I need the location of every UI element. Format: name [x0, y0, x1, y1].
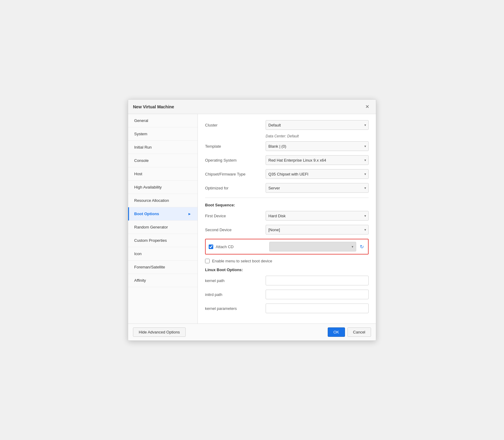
sidebar-item-system[interactable]: System: [128, 127, 197, 141]
enable-menu-checkbox[interactable]: [205, 259, 210, 263]
chipset-select[interactable]: Q35 Chipset with UEFI: [266, 169, 369, 179]
dialog-header: New Virtual Machine ✕: [128, 100, 376, 114]
cd-select-wrapper: ▾ ↻: [269, 242, 365, 251]
first-device-select-wrapper: Hard Disk: [266, 211, 369, 221]
first-device-label: First Device: [205, 214, 266, 218]
initrd-path-row: initrd path: [205, 290, 369, 299]
chipset-label: Chipset/Firmware Type: [205, 172, 266, 176]
cluster-row: Cluster Default: [205, 120, 369, 130]
sidebar-item-affinity[interactable]: Affinity: [128, 274, 197, 287]
main-content: Cluster Default Data Center: Default Tem…: [198, 114, 376, 323]
enable-menu-label[interactable]: Enable menu to select boot device: [212, 259, 272, 263]
template-select[interactable]: Blank | (0): [266, 141, 369, 151]
template-row: Template Blank | (0): [205, 141, 369, 151]
dialog-title: New Virtual Machine: [133, 104, 174, 109]
second-device-row: Second Device [None]: [205, 225, 369, 235]
cluster-select[interactable]: Default: [266, 120, 369, 130]
os-select-wrapper: Red Hat Enterprise Linux 9.x x64: [266, 155, 369, 165]
new-vm-dialog: New Virtual Machine ✕ General System Ini…: [128, 99, 376, 341]
kernel-params-label: kernel parameters: [205, 306, 266, 311]
attach-cd-label[interactable]: Attach CD: [216, 245, 234, 249]
os-select[interactable]: Red Hat Enterprise Linux 9.x x64: [266, 155, 369, 165]
cluster-select-wrapper: Default: [266, 120, 369, 130]
optimized-select-wrapper: Server: [266, 183, 369, 193]
sidebar-item-resource-allocation[interactable]: Resource Allocation: [128, 194, 197, 207]
ok-button[interactable]: OK: [328, 327, 345, 337]
chipset-row: Chipset/Firmware Type Q35 Chipset with U…: [205, 169, 369, 179]
sidebar-item-high-availability[interactable]: High Availability: [128, 181, 197, 194]
os-label: Operating System: [205, 158, 266, 163]
template-select-wrapper: Blank | (0): [266, 141, 369, 151]
initrd-path-label: initrd path: [205, 292, 266, 297]
hide-advanced-button[interactable]: Hide Advanced Options: [133, 327, 186, 337]
cd-refresh-button[interactable]: ↻: [359, 243, 365, 251]
close-button[interactable]: ✕: [363, 103, 371, 110]
data-center-hint: Data Center: Default: [266, 134, 369, 138]
optimized-select[interactable]: Server: [266, 183, 369, 193]
linux-boot-title: Linux Boot Options:: [205, 268, 369, 272]
sidebar-item-foreman-satellite[interactable]: Foreman/Satellite: [128, 261, 197, 274]
enable-menu-row: Enable menu to select boot device: [205, 259, 369, 263]
initrd-path-input[interactable]: [266, 290, 369, 299]
second-device-label: Second Device: [205, 228, 266, 232]
cd-select[interactable]: [269, 242, 356, 251]
section-divider-1: [205, 198, 369, 198]
dialog-body: General System Initial Run Console Host …: [128, 114, 376, 323]
kernel-params-input[interactable]: [266, 304, 369, 313]
sidebar-item-host[interactable]: Host: [128, 167, 197, 181]
template-label: Template: [205, 144, 266, 149]
kernel-path-label: kernel path: [205, 278, 266, 283]
kernel-params-row: kernel parameters: [205, 304, 369, 313]
attach-cd-checkbox-label: Attach CD: [209, 245, 269, 249]
second-device-select-wrapper: [None]: [266, 225, 369, 235]
sidebar-item-console[interactable]: Console: [128, 154, 197, 167]
optimized-row: Optimized for Server: [205, 183, 369, 193]
sidebar-item-initial-run[interactable]: Initial Run: [128, 141, 197, 154]
cluster-label: Cluster: [205, 123, 266, 127]
second-device-select[interactable]: [None]: [266, 225, 369, 235]
chevron-right-icon: ►: [188, 212, 191, 216]
footer-actions: OK Cancel: [328, 327, 371, 337]
kernel-path-row: kernel path: [205, 276, 369, 285]
sidebar-item-custom-properties[interactable]: Custom Properties: [128, 234, 197, 247]
sidebar-item-icon[interactable]: Icon: [128, 247, 197, 261]
attach-cd-checkbox[interactable]: [209, 245, 213, 249]
chipset-select-wrapper: Q35 Chipset with UEFI: [266, 169, 369, 179]
cancel-button[interactable]: Cancel: [347, 327, 371, 337]
os-row: Operating System Red Hat Enterprise Linu…: [205, 155, 369, 165]
dialog-footer: Hide Advanced Options OK Cancel: [128, 323, 376, 340]
first-device-select[interactable]: Hard Disk: [266, 211, 369, 221]
sidebar-item-general[interactable]: General: [128, 114, 197, 127]
attach-cd-row: Attach CD ▾ ↻: [205, 239, 369, 254]
sidebar-item-boot-options[interactable]: Boot Options ►: [128, 207, 197, 221]
first-device-row: First Device Hard Disk: [205, 211, 369, 221]
kernel-path-input[interactable]: [266, 276, 369, 285]
sidebar: General System Initial Run Console Host …: [128, 114, 198, 323]
sidebar-item-random-generator[interactable]: Random Generator: [128, 221, 197, 234]
optimized-label: Optimized for: [205, 186, 266, 190]
boot-sequence-title: Boot Sequence:: [205, 203, 369, 207]
